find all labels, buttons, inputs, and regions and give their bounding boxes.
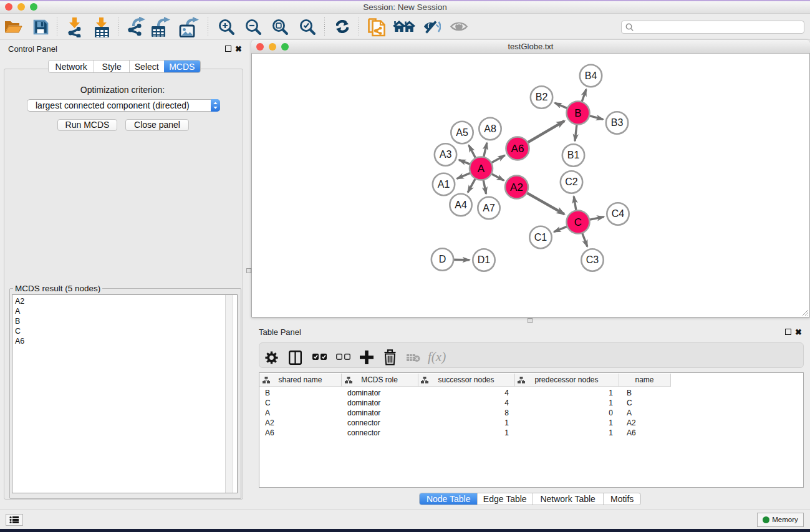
svg-text:A: A [478,163,485,175]
svg-text:C3: C3 [586,254,599,265]
svg-text:C: C [574,216,582,228]
svg-text:B2: B2 [536,92,548,102]
svg-text:B4: B4 [585,70,597,81]
svg-text:A3: A3 [440,149,452,160]
svg-text:D1: D1 [478,254,491,265]
svg-text:A6: A6 [511,143,524,155]
svg-text:A2: A2 [510,181,523,193]
svg-text:B: B [574,107,581,119]
svg-text:D: D [439,254,446,264]
svg-text:A5: A5 [456,127,468,138]
svg-text:A8: A8 [484,123,496,134]
svg-text:C1: C1 [534,232,547,243]
svg-text:A7: A7 [483,203,495,213]
svg-text:C4: C4 [612,208,625,219]
svg-text:C2: C2 [565,177,578,187]
svg-text:B3: B3 [611,117,624,128]
svg-text:A4: A4 [455,200,467,210]
svg-text:B1: B1 [567,150,580,160]
svg-text:A1: A1 [438,179,450,190]
